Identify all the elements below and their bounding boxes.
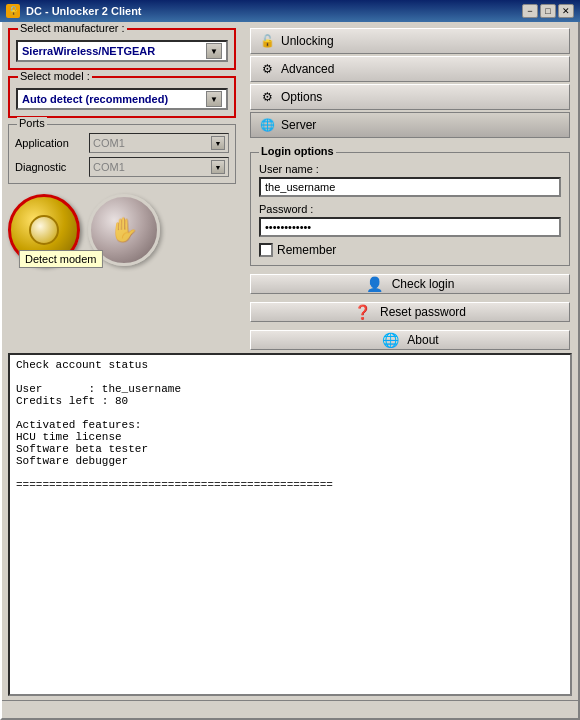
nav-buttons: 🔓 Unlocking ⚙ Advanced ⚙ Options 🌐 Serve… — [250, 28, 570, 138]
reset-password-label: Reset password — [380, 305, 466, 319]
detect-modem-inner — [29, 215, 59, 245]
right-panel: 🔓 Unlocking ⚙ Advanced ⚙ Options 🌐 Serve… — [242, 22, 578, 353]
model-group: Select model : Auto detect (recommended)… — [8, 76, 236, 118]
nav-advanced-button[interactable]: ⚙ Advanced — [250, 56, 570, 82]
about-button[interactable]: 🌐 About — [250, 330, 570, 350]
reset-password-button[interactable]: ❓ Reset password — [250, 302, 570, 322]
application-port-value: COM1 — [93, 137, 125, 149]
application-port-row: Application COM1 ▼ — [15, 133, 229, 153]
server-icon: 🌐 — [259, 117, 275, 133]
status-bar — [2, 700, 578, 718]
ports-label: Ports — [17, 117, 47, 129]
reset-password-icon: ❓ — [354, 303, 372, 321]
nav-options-label: Options — [281, 90, 322, 104]
nav-advanced-label: Advanced — [281, 62, 334, 76]
check-login-label: Check login — [392, 277, 455, 291]
about-label: About — [407, 333, 438, 347]
window-controls: − □ ✕ — [522, 4, 574, 18]
app-icon: 🔓 — [6, 4, 20, 18]
modem-buttons-area: Detect modem ✋ — [8, 190, 236, 270]
reset-hand-icon: ✋ — [106, 212, 142, 248]
close-button[interactable]: ✕ — [558, 4, 574, 18]
detect-modem-button[interactable]: Detect modem — [8, 194, 80, 266]
minimize-button[interactable]: − — [522, 4, 538, 18]
application-port-dropdown[interactable]: COM1 ▼ — [89, 133, 229, 153]
remember-row: Remember — [259, 243, 561, 257]
manufacturer-group: Select manufacturer : SierraWireless/NET… — [8, 28, 236, 70]
model-label: Select model : — [18, 70, 92, 82]
login-options-label: Login options — [259, 145, 336, 157]
diagnostic-port-row: Diagnostic COM1 ▼ — [15, 157, 229, 177]
title-bar-text: 🔓 DC - Unlocker 2 Client — [6, 4, 142, 18]
nav-options-button[interactable]: ⚙ Options — [250, 84, 570, 110]
model-dropdown[interactable]: Auto detect (recommended) ▼ — [16, 88, 228, 110]
content-area: Select manufacturer : SierraWireless/NET… — [2, 22, 578, 353]
manufacturer-label: Select manufacturer : — [18, 22, 127, 34]
password-label: Password : — [259, 203, 561, 215]
nav-server-label: Server — [281, 118, 316, 132]
unlocking-icon: 🔓 — [259, 33, 275, 49]
ports-group: Ports Application COM1 ▼ Diagnostic COM1… — [8, 124, 236, 184]
model-arrow-icon: ▼ — [206, 91, 222, 107]
application-label: Application — [15, 137, 85, 149]
diagnostic-label: Diagnostic — [15, 161, 85, 173]
nav-server-button[interactable]: 🌐 Server — [250, 112, 570, 138]
about-icon: 🌐 — [381, 331, 399, 349]
title-bar: 🔓 DC - Unlocker 2 Client − □ ✕ — [0, 0, 580, 22]
nav-unlocking-button[interactable]: 🔓 Unlocking — [250, 28, 570, 54]
diagnostic-port-arrow-icon: ▼ — [211, 160, 225, 174]
diagnostic-port-value: COM1 — [93, 161, 125, 173]
log-area: Check account status User : the_username… — [8, 353, 572, 696]
nav-unlocking-label: Unlocking — [281, 34, 334, 48]
reset-modem-button[interactable]: ✋ — [88, 194, 160, 266]
detect-modem-circle — [8, 194, 80, 266]
window-title: DC - Unlocker 2 Client — [26, 5, 142, 17]
password-input[interactable] — [259, 217, 561, 237]
advanced-icon: ⚙ — [259, 61, 275, 77]
username-input[interactable] — [259, 177, 561, 197]
check-login-button[interactable]: 👤 Check login — [250, 274, 570, 294]
login-options-group: Login options User name : Password : Rem… — [250, 152, 570, 266]
manufacturer-arrow-icon: ▼ — [206, 43, 222, 59]
username-label: User name : — [259, 163, 561, 175]
check-login-icon: 👤 — [366, 275, 384, 293]
manufacturer-value: SierraWireless/NETGEAR — [22, 45, 155, 57]
diagnostic-port-dropdown[interactable]: COM1 ▼ — [89, 157, 229, 177]
left-panel: Select manufacturer : SierraWireless/NET… — [2, 22, 242, 353]
manufacturer-dropdown[interactable]: SierraWireless/NETGEAR ▼ — [16, 40, 228, 62]
main-window: Select manufacturer : SierraWireless/NET… — [0, 22, 580, 720]
remember-checkbox[interactable] — [259, 243, 273, 257]
model-value: Auto detect (recommended) — [22, 93, 168, 105]
application-port-arrow-icon: ▼ — [211, 136, 225, 150]
remember-label: Remember — [277, 243, 336, 257]
options-icon: ⚙ — [259, 89, 275, 105]
maximize-button[interactable]: □ — [540, 4, 556, 18]
